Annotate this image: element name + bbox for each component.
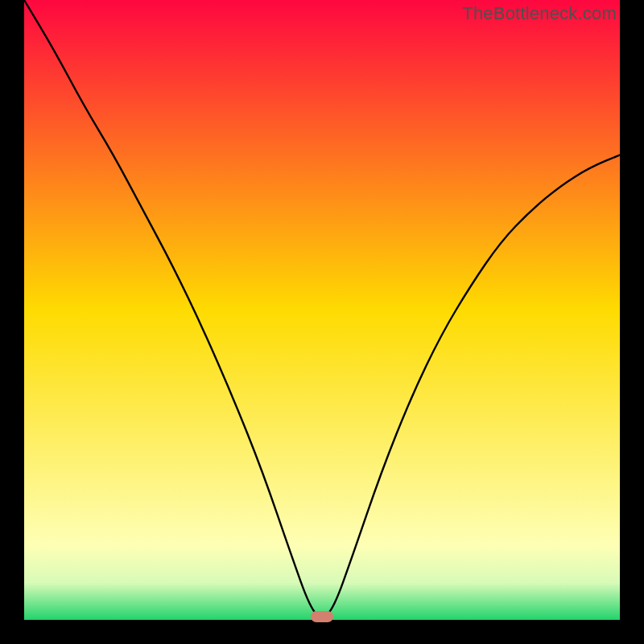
minimum-marker	[311, 611, 333, 622]
bottleneck-curve	[24, 0, 620, 620]
chart-frame: TheBottleneck.com	[0, 0, 644, 644]
plot-area	[24, 0, 620, 620]
watermark-label: TheBottleneck.com	[462, 3, 617, 24]
